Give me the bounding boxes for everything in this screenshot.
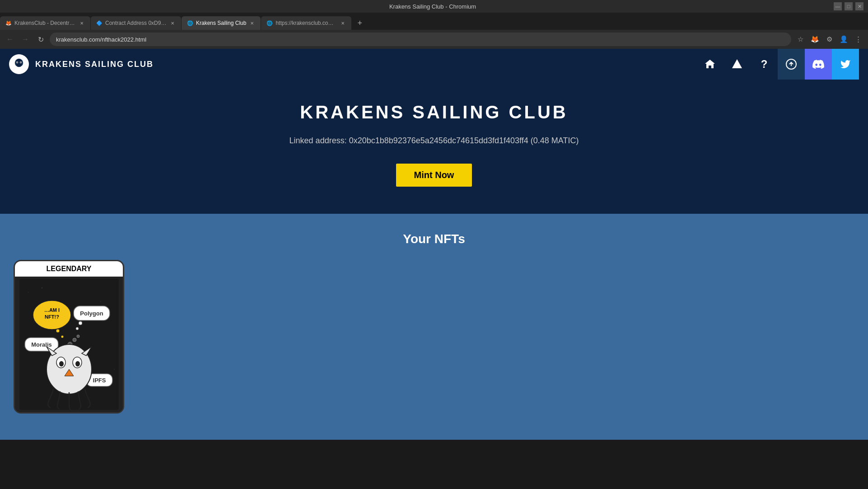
svg-point-11	[100, 301, 101, 302]
svg-text:…AM I: …AM I	[44, 307, 59, 313]
tab-1-favicon: 🦊	[5, 20, 12, 26]
svg-marker-6	[732, 59, 742, 68]
svg-point-30	[77, 335, 79, 338]
svg-point-19	[61, 335, 64, 338]
nft-card-image: …AM I NFT!? Polygon Moralis	[15, 277, 123, 412]
tab-1[interactable]: 🦊 KrakensClub - Decentrali… ✕	[0, 16, 90, 30]
tab-2-label: Contract Address 0xD9b8…	[105, 20, 167, 26]
svg-point-18	[56, 329, 60, 333]
hero-section: KRAKENS SAILING CLUB Linked address: 0x2…	[0, 80, 868, 214]
account-icon	[731, 58, 743, 70]
tab-4-favicon: 🌐	[266, 20, 273, 26]
tab-4[interactable]: 🌐 https://krakensclub.com/… ✕	[261, 16, 351, 30]
svg-text:Polygon: Polygon	[80, 310, 103, 317]
svg-text:Moralis: Moralis	[31, 341, 52, 348]
hero-address: Linked address: 0x20bc1b8b92376e5a2456dc…	[9, 136, 859, 146]
svg-point-14	[114, 369, 115, 370]
tab-bar: 🦊 KrakensClub - Decentrali… ✕ 🔷 Contract…	[0, 13, 868, 30]
toolbar-icons: ☆ 🦊 ⚙ 👤 ⋮	[794, 33, 864, 46]
back-button[interactable]: ←	[4, 33, 16, 46]
upload-nav-icon[interactable]	[778, 49, 805, 80]
hero-title: KRAKENS SAILING CLUB	[9, 102, 859, 122]
tab-1-close[interactable]: ✕	[79, 20, 85, 26]
svg-point-4	[17, 62, 18, 63]
help-nav-icon[interactable]: ?	[751, 49, 778, 80]
menu-icon[interactable]: ⋮	[852, 33, 864, 46]
wallet-address: 0x20bc1b8b92376e5a2456dc74615dd3fd1f403f…	[349, 136, 531, 145]
nfts-title: Your NFTs	[14, 232, 854, 246]
svg-text:IPFS: IPFS	[93, 377, 106, 384]
nft-card-header: LEGENDARY	[15, 261, 123, 277]
address-bar[interactable]	[50, 33, 791, 46]
os-titlebar-title: Krakens Sailing Club - Chromium	[32, 3, 834, 10]
tab-2-close[interactable]: ✕	[169, 20, 176, 26]
new-tab-button[interactable]: +	[352, 16, 368, 30]
svg-point-10	[41, 287, 42, 289]
balance: (0.48 MATIC)	[531, 136, 579, 145]
mint-now-button[interactable]: Mint Now	[396, 164, 472, 187]
os-titlebar: Krakens Sailing Club - Chromium — □ ✕	[0, 0, 868, 13]
nfts-grid: LEGENDARY …AM	[14, 260, 854, 414]
help-icon: ?	[761, 58, 768, 71]
account-nav-icon[interactable]	[723, 49, 751, 80]
svg-point-38	[59, 361, 64, 367]
discord-nav-icon[interactable]	[805, 49, 832, 80]
svg-point-13	[23, 346, 24, 347]
tab-2-favicon: 🔷	[96, 20, 103, 26]
tab-3-close[interactable]: ✕	[249, 20, 255, 26]
site-nav: KRAKENS SAILING CLUB ?	[0, 49, 868, 80]
metamask-icon[interactable]: 🦊	[808, 33, 821, 46]
svg-point-5	[20, 62, 21, 63]
site-logo: KRAKENS SAILING CLUB	[9, 54, 154, 74]
close-button[interactable]: ✕	[855, 2, 863, 10]
profile-icon[interactable]: 👤	[837, 33, 850, 46]
svg-text:NFT!?: NFT!?	[45, 314, 59, 320]
maximize-button[interactable]: □	[845, 2, 853, 10]
twitter-nav-icon[interactable]	[832, 49, 859, 80]
bookmark-icon[interactable]: ☆	[794, 33, 807, 46]
nft-illustration: …AM I NFT!? Polygon Moralis	[19, 279, 119, 410]
tab-1-label: KrakensClub - Decentrali…	[14, 20, 76, 26]
discord-icon	[812, 60, 824, 69]
svg-point-9	[28, 292, 29, 293]
tab-2[interactable]: 🔷 Contract Address 0xD9b8… ✕	[91, 16, 181, 30]
reload-button[interactable]: ↻	[34, 33, 47, 46]
svg-point-39	[75, 361, 80, 367]
svg-point-22	[79, 321, 82, 325]
site-logo-icon	[9, 54, 29, 74]
os-titlebar-controls: — □ ✕	[834, 2, 863, 10]
tab-3[interactable]: 🌐 Krakens Sailing Club ✕	[182, 16, 261, 30]
upload-icon	[786, 59, 797, 70]
site-logo-text: KRAKENS SAILING CLUB	[35, 60, 154, 69]
nfts-section: Your NFTs LEGENDARY	[0, 214, 868, 440]
home-icon	[704, 58, 716, 70]
addressbar-row: ← → ↻ ☆ 🦊 ⚙ 👤 ⋮	[0, 30, 868, 49]
minimize-button[interactable]: —	[834, 2, 842, 10]
website: KRAKENS SAILING CLUB ?	[0, 49, 868, 440]
site-nav-right: ?	[696, 49, 859, 80]
tab-3-label: Krakens Sailing Club	[196, 20, 246, 26]
twitter-icon	[840, 59, 851, 70]
svg-point-23	[76, 327, 79, 330]
linked-address-label: Linked address:	[289, 136, 349, 145]
tab-4-label: https://krakensclub.com/…	[275, 20, 337, 26]
nft-card-1: LEGENDARY …AM	[14, 260, 124, 414]
browser-chrome: 🦊 KrakensClub - Decentrali… ✕ 🔷 Contract…	[0, 13, 868, 49]
svg-point-29	[73, 338, 76, 342]
forward-button[interactable]: →	[19, 33, 32, 46]
tab-3-favicon: 🌐	[187, 20, 193, 26]
home-nav-icon[interactable]	[696, 49, 723, 80]
kraken-logo-svg	[12, 57, 26, 71]
tab-4-close[interactable]: ✕	[340, 20, 346, 26]
extensions-icon[interactable]: ⚙	[823, 33, 835, 46]
